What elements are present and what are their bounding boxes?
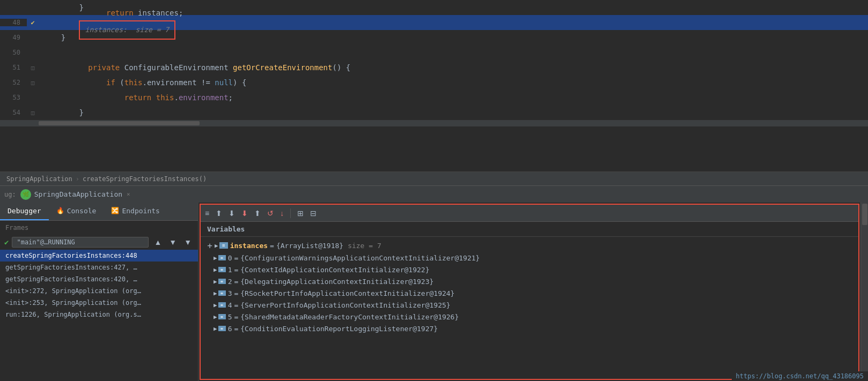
var-value-1: {ContextIdApplicationContextInitializer@… xyxy=(240,266,429,274)
var-icon-0: ≡ xyxy=(218,255,226,260)
resume-btn[interactable]: ⬆ xyxy=(214,208,224,219)
bookmark-icon-54: ◫ xyxy=(31,109,35,116)
frame-item[interactable]: createSpringFactoriesInstances:448 xyxy=(0,250,198,262)
var-name-1: 1 xyxy=(228,266,232,274)
var-name-6: 6 xyxy=(228,325,232,333)
debug-tab-close[interactable]: × xyxy=(127,191,130,198)
var-value-instances: {ArrayList@1918} xyxy=(276,242,343,250)
var-icon-4: ≡ xyxy=(218,302,226,308)
var-name-4: 4 xyxy=(228,301,232,309)
bookmark-icon-51: ◫ xyxy=(31,64,35,71)
frame-item[interactable]: <init>:272, SpringApplication (org… xyxy=(0,285,198,297)
frame-item[interactable]: getSpringFactoriesInstances:420, … xyxy=(0,273,198,285)
variables-panel: ≡ ⬆ ⬇ ⬇ ⬆ ↺ ↓ ⊞ ⊟ Variables + ▶ ≡ instan… xyxy=(200,204,859,380)
var-value-2: {DelegatingApplicationContextInitializer… xyxy=(240,278,433,286)
var-child-5[interactable]: ▶ ≡ 5 = {SharedMetadataReaderFactoryCont… xyxy=(201,311,858,323)
code-line-53: 53 return this.environment; xyxy=(0,90,868,105)
var-name-instances: instances xyxy=(230,242,268,250)
debug-label: ug: xyxy=(4,191,16,198)
var-value-4: {ServerPortInfoApplicationContextInitial… xyxy=(240,301,450,309)
var-child-6[interactable]: ▶ ≡ 6 = {ConditionEvaluationReportLoggin… xyxy=(201,323,858,334)
code-scrollbar[interactable] xyxy=(0,120,868,126)
tab-endpoints[interactable]: 🔀 Endpoints xyxy=(104,202,167,220)
breadcrumb: SpringApplication › createSpringFactorie… xyxy=(0,171,868,185)
debugger-tab-label: Debugger xyxy=(8,207,41,215)
tab-console[interactable]: 🔥 Console xyxy=(49,202,104,220)
return-keyword: return xyxy=(70,9,138,17)
var-icon-6: ≡ xyxy=(218,326,226,331)
variables-scrollbar-thumb[interactable] xyxy=(862,204,867,225)
thread-running-icon: ✔ xyxy=(4,238,9,246)
expand-child-5-btn[interactable]: ▶ xyxy=(214,313,217,320)
mute-btn[interactable]: ⊟ xyxy=(308,208,319,219)
app-icon: 🌿 xyxy=(20,189,31,200)
restore-layout-btn[interactable]: ≡ xyxy=(203,208,211,219)
tab-debugger[interactable]: Debugger xyxy=(0,202,49,220)
var-size-instances: size = 7 xyxy=(348,242,381,250)
debug-app-name[interactable]: SpringDataApplication xyxy=(34,190,122,198)
code-editor: } 48 ✔ return instances; instances: size… xyxy=(0,0,868,171)
frame-item[interactable]: run:1226, SpringApplication (org.s… xyxy=(0,309,198,320)
var-instances-root[interactable]: + ▶ ≡ instances = {ArrayList@1918} size … xyxy=(201,239,858,252)
var-name-0: 0 xyxy=(228,254,232,262)
panel-tabs: Debugger 🔥 Console 🔀 Endpoints xyxy=(0,203,198,221)
step-over-btn[interactable]: ⬇ xyxy=(226,208,237,219)
thread-selector: ✔ "main"@…RUNNING ▲ ▼ ▼ xyxy=(0,235,198,250)
var-name-3: 3 xyxy=(228,289,232,297)
breakpoint-icon: ✔ xyxy=(31,19,34,26)
console-icon: 🔥 xyxy=(56,207,64,214)
thread-filter-btn[interactable]: ▼ xyxy=(182,237,194,248)
variables-scrollbar[interactable] xyxy=(860,203,868,381)
var-icon-3: ≡ xyxy=(218,290,226,296)
stop-btn[interactable]: ↓ xyxy=(278,208,286,219)
frame-item[interactable]: <init>:253, SpringApplication (org… xyxy=(0,297,198,309)
console-tab-label: Console xyxy=(67,207,97,215)
expand-instances-btn[interactable]: ▶ xyxy=(215,242,218,249)
code-scrollbar-thumb[interactable] xyxy=(39,121,200,125)
code-line-48: 48 ✔ return instances; instances: size =… xyxy=(0,15,868,30)
status-url: https://blog.csdn.net/qq_43186095 xyxy=(736,372,864,380)
endpoints-tab-label: Endpoints xyxy=(122,207,159,215)
var-child-0[interactable]: ▶ ≡ 0 = {ConfigurationWarningsApplicatio… xyxy=(201,252,858,264)
var-value-3: {RSocketPortInfoApplicationContextInitia… xyxy=(240,289,454,297)
code-line-54: 54 ◫ } xyxy=(0,105,868,120)
breadcrumb-left: SpringApplication xyxy=(6,175,72,183)
frames-header: Frames xyxy=(0,221,198,235)
breadcrumb-right: createSpringFactoriesInstances() xyxy=(83,175,207,183)
var-child-4[interactable]: ▶ ≡ 4 = {ServerPortInfoApplicationContex… xyxy=(201,299,858,311)
var-child-3[interactable]: ▶ ≡ 3 = {RSocketPortInfoApplicationConte… xyxy=(201,287,858,299)
variables-toolbar: ≡ ⬆ ⬇ ⬇ ⬆ ↺ ↓ ⊞ ⊟ xyxy=(201,205,858,222)
var-icon-2: ≡ xyxy=(218,279,226,284)
thread-label: "main"@…RUNNING xyxy=(12,237,149,248)
var-value-5: {SharedMetadataReaderFactoryContextIniti… xyxy=(240,313,459,321)
expand-child-3-btn[interactable]: ▶ xyxy=(214,290,217,297)
bookmark-icon-52: ◫ xyxy=(31,79,35,86)
var-name-5: 5 xyxy=(228,313,232,321)
view-breakpoints-btn[interactable]: ⊞ xyxy=(295,208,306,219)
var-child-1[interactable]: ▶ ≡ 1 = {ContextIdApplicationContextInit… xyxy=(201,264,858,275)
step-out-btn[interactable]: ⬆ xyxy=(252,208,263,219)
frames-panel: Debugger 🔥 Console 🔀 Endpoints Frames ✔ … xyxy=(0,203,198,381)
var-icon-1: ≡ xyxy=(218,267,226,272)
var-name-2: 2 xyxy=(228,278,232,286)
code-line-49: 49 } xyxy=(0,30,868,45)
expand-child-4-btn[interactable]: ▶ xyxy=(214,302,217,309)
var-icon-5: ≡ xyxy=(218,314,226,319)
endpoints-icon: 🔀 xyxy=(111,207,119,214)
add-watch-btn[interactable]: + xyxy=(205,241,215,250)
expand-child-2-btn[interactable]: ▶ xyxy=(214,278,217,285)
expand-child-1-btn[interactable]: ▶ xyxy=(214,266,217,273)
step-into-btn[interactable]: ⬇ xyxy=(239,208,250,219)
debug-tab-bar: ug: 🌿 SpringDataApplication × xyxy=(0,185,868,203)
var-child-2[interactable]: ▶ ≡ 2 = {DelegatingApplicationContextIni… xyxy=(201,275,858,287)
frame-item[interactable]: getSpringFactoriesInstances:427, … xyxy=(0,262,198,273)
bottom-panel: Debugger 🔥 Console 🔀 Endpoints Frames ✔ … xyxy=(0,203,868,381)
variables-content: + ▶ ≡ instances = {ArrayList@1918} size … xyxy=(201,237,858,379)
expand-child-6-btn[interactable]: ▶ xyxy=(214,325,217,332)
instances-var: instances xyxy=(138,9,179,17)
thread-up-btn[interactable]: ▲ xyxy=(152,237,164,248)
rerun-btn[interactable]: ↺ xyxy=(265,208,276,219)
thread-down-btn[interactable]: ▼ xyxy=(167,237,179,248)
variables-header: Variables xyxy=(201,222,858,237)
expand-child-0-btn[interactable]: ▶ xyxy=(214,255,217,262)
